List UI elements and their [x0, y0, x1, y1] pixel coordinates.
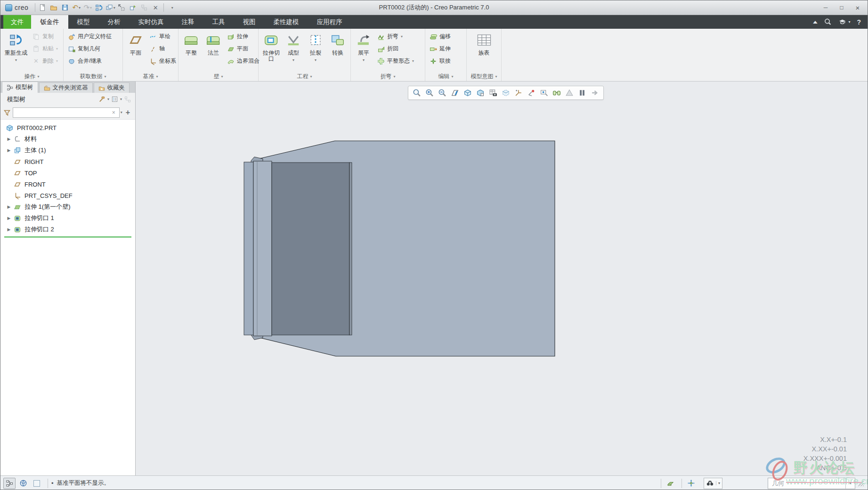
- flatten-button[interactable]: 展平 ▾: [353, 30, 374, 65]
- tree-settings-icon[interactable]: [98, 96, 105, 103]
- 3d-dragger-button[interactable]: [685, 478, 698, 489]
- windows-button[interactable]: ▾: [105, 2, 115, 13]
- expand-arrow-icon[interactable]: ▶: [5, 137, 13, 141]
- group-label-engineering[interactable]: 工程▾: [259, 72, 350, 81]
- web-browser-button[interactable]: [17, 478, 29, 489]
- flange-wall-button[interactable]: 法兰: [203, 30, 224, 57]
- find-tool[interactable]: ▾: [704, 478, 722, 489]
- add-filter-icon[interactable]: +: [124, 108, 131, 117]
- flat-pattern-button[interactable]: 平整形态▾: [375, 56, 415, 66]
- tab-analysis[interactable]: 分析: [99, 15, 130, 29]
- tree-item-extrude-1[interactable]: ▶拉伸 1(第一个壁): [0, 201, 135, 212]
- join-button[interactable]: 联接: [428, 56, 452, 66]
- tab-view[interactable]: 视图: [234, 15, 265, 29]
- undo-button[interactable]: ↶▾: [71, 2, 81, 13]
- tree-display-icon[interactable]: [111, 96, 118, 103]
- tab-annotate[interactable]: 注释: [173, 15, 203, 29]
- resize-grip[interactable]: [858, 481, 864, 486]
- filter-funnel-icon[interactable]: [3, 109, 11, 116]
- datum-plane-button[interactable]: 平面: [125, 30, 146, 57]
- tab-flexible-modeling[interactable]: 柔性建模: [265, 15, 308, 29]
- regenerate-quick-button[interactable]: [94, 2, 104, 13]
- model-wall-face[interactable]: [272, 163, 349, 335]
- insert-here-indicator[interactable]: [4, 237, 131, 237]
- planar-wall-button[interactable]: 平面: [225, 44, 261, 54]
- save-button[interactable]: [60, 2, 70, 13]
- axis-button[interactable]: 轴: [147, 44, 178, 54]
- family-table-button[interactable]: 族表: [474, 30, 495, 57]
- sketch-button[interactable]: 草绘: [147, 32, 178, 41]
- rip-dropdown-icon[interactable]: ▾: [315, 57, 316, 63]
- full-view-button[interactable]: [665, 478, 677, 489]
- graphics-viewport[interactable]: X.X+-0.1 X.XX+-0.01 X.XXX+-0.001 ANG+-0.…: [136, 82, 868, 475]
- expand-arrow-icon[interactable]: ▶: [5, 227, 13, 232]
- select-mode-button[interactable]: [116, 2, 127, 13]
- expand-arrow-icon[interactable]: ▶: [5, 216, 13, 220]
- bend-button[interactable]: 折弯▾: [375, 32, 415, 41]
- tree-display-dropdown-icon[interactable]: ▾: [120, 97, 122, 101]
- regenerate-button[interactable]: 重新生成 ▾: [3, 30, 29, 65]
- model-left-edge-strip[interactable]: [244, 162, 253, 335]
- group-label-bends[interactable]: 折弯▾: [351, 72, 425, 81]
- redo-dropdown-icon[interactable]: ▾: [90, 6, 92, 10]
- expand-arrow-icon[interactable]: ▶: [5, 148, 13, 153]
- boundary-blend-button[interactable]: 边界混合: [225, 56, 261, 66]
- tree-search-input[interactable]: [13, 107, 120, 118]
- tab-model[interactable]: 模型: [68, 15, 99, 29]
- tree-relations-icon[interactable]: [124, 96, 131, 103]
- clear-search-icon[interactable]: ×: [112, 109, 119, 116]
- navigator-toggle-button[interactable]: [3, 478, 16, 489]
- tab-model-tree[interactable]: 模型树: [2, 82, 38, 93]
- tab-folder-browser[interactable]: 文件夹浏览器: [39, 82, 93, 93]
- windows-dropdown-icon[interactable]: ▾: [114, 6, 115, 10]
- offset-button[interactable]: 偏移: [428, 32, 452, 41]
- copy-button[interactable]: 复制: [31, 32, 59, 41]
- component-button[interactable]: [139, 2, 149, 13]
- open-button[interactable]: [49, 2, 59, 13]
- tree-item-part[interactable]: PRT0002.PRT: [0, 122, 135, 133]
- collapse-ribbon-icon[interactable]: ▲: [811, 19, 819, 24]
- redo-button[interactable]: ↷▾: [82, 2, 93, 13]
- sheet-metal-model[interactable]: [136, 82, 868, 475]
- delete-button[interactable]: ✕删除▾: [31, 56, 59, 66]
- udf-button[interactable]: 用户定义特征: [66, 32, 113, 41]
- rip-button[interactable]: 扯裂 ▾: [305, 30, 326, 65]
- help-icon[interactable]: ?: [857, 18, 861, 26]
- command-search-icon[interactable]: [824, 18, 832, 26]
- copy-geometry-button[interactable]: 复制几何: [66, 44, 113, 54]
- regenerate-dropdown-icon[interactable]: ▾: [15, 57, 17, 63]
- tree-item-material[interactable]: ▶材料: [0, 133, 135, 145]
- group-label-get-data[interactable]: 获取数据▾: [64, 72, 122, 81]
- paste-button[interactable]: 粘贴▾: [31, 44, 59, 54]
- expand-arrow-icon[interactable]: ▶: [5, 204, 13, 209]
- convert-button[interactable]: 转换: [327, 30, 348, 57]
- extrude-wall-button[interactable]: 拉伸: [225, 32, 261, 41]
- form-dropdown-icon[interactable]: ▾: [292, 57, 294, 63]
- bend-back-button[interactable]: 折回: [375, 44, 415, 54]
- tree-item-right-plane[interactable]: RIGHT: [0, 156, 135, 167]
- flatten-dropdown-icon[interactable]: ▾: [363, 57, 365, 63]
- model-bend-strip[interactable]: [253, 161, 272, 336]
- close-window-button[interactable]: ✕: [150, 2, 161, 13]
- flat-wall-button[interactable]: 平整: [181, 30, 202, 57]
- selection-filter-dropdown-icon[interactable]: ▾: [845, 478, 855, 489]
- new-file-button[interactable]: [37, 2, 48, 13]
- merge-inherit-button[interactable]: 合并/继承: [66, 56, 113, 66]
- tree-settings-dropdown-icon[interactable]: ▾: [107, 97, 109, 101]
- tab-live-simulation[interactable]: 实时仿真: [130, 15, 173, 29]
- group-label-editing[interactable]: 编辑▾: [425, 72, 466, 81]
- tree-item-extrude-cut-1[interactable]: ▶拉伸切口 1: [0, 212, 135, 224]
- customize-qat-button[interactable]: ▾: [167, 2, 177, 13]
- tree-item-top-plane[interactable]: TOP: [0, 167, 135, 179]
- group-label-datum[interactable]: 基准▾: [123, 72, 178, 81]
- close-button[interactable]: ×: [850, 2, 866, 13]
- tree-item-extrude-cut-2[interactable]: ▶拉伸切口 2: [0, 224, 135, 235]
- form-button[interactable]: 成型 ▾: [283, 30, 304, 65]
- learning-dropdown-icon[interactable]: ▾: [848, 20, 850, 24]
- group-label-operations[interactable]: 操作▾: [0, 72, 63, 81]
- tab-favorites[interactable]: 收藏夹: [94, 82, 130, 93]
- tab-applications[interactable]: 应用程序: [308, 15, 351, 29]
- tree-item-csys[interactable]: PRT_CSYS_DEF: [0, 190, 135, 201]
- find-dropdown-icon[interactable]: ▾: [716, 481, 720, 485]
- tab-sheetmetal[interactable]: 钣金件: [31, 15, 68, 29]
